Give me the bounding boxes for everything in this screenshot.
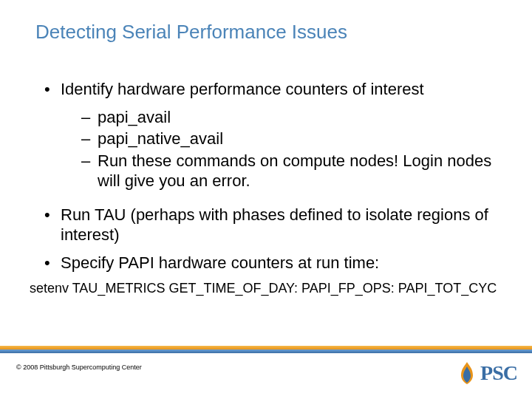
divider-blue (0, 349, 532, 353)
slide-title: Detecting Serial Performance Issues (35, 21, 502, 44)
psc-logo: PSC (457, 361, 517, 386)
copyright-text: © 2008 Pittsburgh Supercomputing Center (16, 364, 142, 371)
logo-flame-icon (457, 361, 477, 386)
logo-text-block: PSC (480, 361, 517, 385)
bullet-run-tau: Run TAU (perhaps with phases defined to … (44, 205, 502, 245)
slide-content: Identify hardware performance counters o… (30, 79, 502, 297)
bullet-identify: Identify hardware performance counters o… (44, 79, 502, 100)
bullet-specify-papi: Specify PAPI hardware counters at run ti… (44, 253, 502, 273)
logo-text: PSC (480, 361, 517, 385)
sub-bullet-compute-nodes: Run these commands on compute nodes! Log… (81, 151, 502, 191)
sub-bullet-papi-native: papi_native_avail (81, 129, 502, 149)
slide: Detecting Serial Performance Issues Iden… (0, 0, 532, 399)
command-line: setenv TAU_METRICS GET_TIME_OF_DAY: PAPI… (30, 280, 502, 297)
footer-divider (0, 346, 532, 353)
sub-bullet-papi-avail: papi_avail (81, 107, 502, 128)
sub-bullet-group: papi_avail papi_native_avail Run these c… (30, 107, 502, 191)
